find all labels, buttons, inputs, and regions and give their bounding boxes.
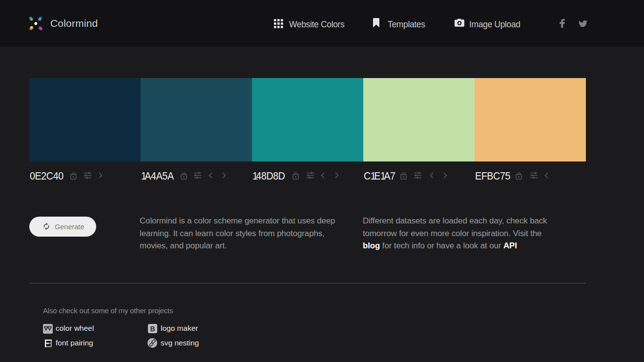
svg-text:B: B [150,325,155,333]
